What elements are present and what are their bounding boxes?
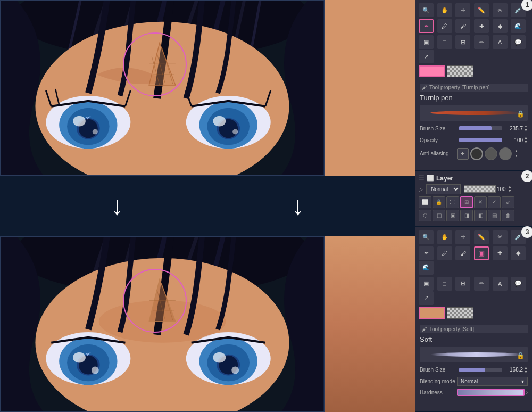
tool-smudge[interactable]: 🌊 (511, 19, 526, 33)
layer-icons-row1: ⬜ 🔒 ⛶ ⊞ ✕ ✓ ↙ (419, 196, 529, 208)
layer-btn-check[interactable]: ✓ (488, 196, 501, 208)
tool-pen2[interactable]: ✏️ (474, 3, 489, 17)
layer-btn-lock[interactable]: 🔒 (433, 196, 445, 208)
tool-brush[interactable]: 🖌 (455, 19, 470, 33)
middle-row: ↓ ↓ (0, 176, 415, 236)
tool3-balloon[interactable]: 💬 (511, 277, 526, 291)
tool3-hand[interactable]: ✋ (437, 230, 452, 244)
layer-icons-row2: ⬡ ◫ ▣ ◨ ◧ ▤ 🗑 (419, 210, 529, 221)
layer-icon-label: ⬜ (427, 175, 434, 182)
hardness-expand[interactable]: › (526, 390, 528, 395)
svg-rect-23 (325, 0, 415, 176)
brush-size-value-1: 235.7 (504, 126, 523, 131)
blend-dropdown-arrow[interactable]: ▾ (521, 378, 524, 384)
brush-size-bar-1[interactable] (459, 126, 502, 130)
layer-btn-trash[interactable]: 🗑 (502, 210, 514, 221)
tool3-star[interactable]: ✳ (493, 230, 508, 244)
aa-spinner[interactable]: ▲▼ (514, 149, 518, 158)
background-color-3[interactable] (447, 307, 473, 319)
brush-size-spinner-3[interactable]: ▲▼ (524, 366, 528, 375)
layer-btn-2f[interactable]: ▤ (488, 210, 501, 221)
tool3-smudge[interactable]: 🌊 (419, 261, 434, 275)
tool3-pen2[interactable]: ✒ (419, 246, 434, 260)
aa-medium[interactable] (470, 147, 483, 160)
tool3-fill-active[interactable]: ▣ (474, 246, 489, 260)
layer-btn-active[interactable]: ⊞ (460, 196, 473, 208)
panel-section-2: 2 ☰ ⬜ Layer ▷ Normal Multiply Screen Ove… (415, 171, 532, 227)
canvas-top[interactable] (0, 0, 325, 176)
brush-size-row-1: Brush Size 235.7 ▲▼ (420, 124, 528, 133)
tool-grid[interactable]: ⊞ (455, 35, 470, 49)
tool-zoom[interactable]: 🔍 (419, 3, 434, 17)
skin-swatch-top (325, 0, 415, 176)
opacity-value-1: 100 (504, 137, 523, 143)
layer-btn-arrow[interactable]: ↙ (502, 196, 514, 208)
tool3-pen[interactable]: ✏️ (474, 230, 489, 244)
brush-icon-3: 🖌 (422, 326, 427, 332)
tool-star[interactable]: ✳ (493, 3, 508, 17)
canvas-bottom[interactable] (0, 236, 325, 412)
foreground-color[interactable] (419, 65, 445, 77)
tool-hand[interactable]: ✋ (437, 3, 452, 17)
tool3-edit[interactable]: ✏ (474, 277, 489, 291)
tool-fill[interactable]: ▣ (419, 35, 434, 49)
opacity-bar-1[interactable] (459, 138, 502, 142)
tool-grid3-row2: ✒ 🖊 🖌 ▣ ✚ ◆ 🌊 (419, 246, 529, 275)
tool-pen-active[interactable]: ✒ (419, 19, 434, 33)
aa-max[interactable] (499, 147, 512, 160)
background-color[interactable] (447, 65, 473, 77)
tool3-diamond[interactable]: ◆ (511, 246, 526, 260)
tool-diamond[interactable]: ◆ (493, 19, 508, 33)
skin-swatch-bottom (325, 236, 415, 412)
brush-size-bar-3[interactable] (459, 368, 502, 372)
svg-point-16 (213, 116, 226, 127)
layer-btn-x[interactable]: ✕ (474, 196, 487, 208)
svg-point-40 (213, 352, 226, 363)
brush-stroke-1 (430, 111, 522, 115)
blend-mode-select[interactable]: Normal Multiply Screen Overlay (426, 184, 461, 194)
tool-move[interactable]: ✛ (455, 3, 470, 17)
tool-edit[interactable]: ✏ (474, 35, 489, 49)
layer-btn-1[interactable]: ⬜ (419, 196, 431, 208)
foreground-color-3[interactable] (419, 307, 445, 319)
opacity-spinner-2[interactable]: ▲▼ (508, 185, 512, 194)
tool-property-title-1: Tool property [Turnip pen] (429, 85, 490, 90)
tool-balloon[interactable]: 💬 (511, 35, 526, 49)
lock-icon-1: 🔒 (517, 110, 525, 118)
tool-text[interactable]: A (493, 35, 508, 49)
tool3-grid[interactable]: ⊞ (455, 277, 470, 291)
hardness-bar[interactable] (457, 389, 525, 396)
tool3-text[interactable]: A (493, 277, 508, 291)
tool3-zoom[interactable]: 🔍 (419, 230, 434, 244)
right-panel: 1 🔍 ✋ ✛ ✏️ ✳ 💉 ✒ 🖊 🖌 ✚ ◆ (415, 0, 532, 412)
tool3-arrow2[interactable]: ↗ (419, 291, 434, 305)
tool3-plus[interactable]: ✚ (493, 246, 508, 260)
layer-btn-ref[interactable]: ⛶ (446, 196, 459, 208)
layer-btn-2d[interactable]: ◨ (460, 210, 473, 221)
blend-value-box[interactable]: Normal ▾ (457, 377, 528, 386)
brush-size-spinner-1[interactable]: ▲▼ (524, 124, 528, 133)
layer-btn-2b[interactable]: ◫ (433, 210, 445, 221)
tool3-fill2[interactable]: ▣ (419, 277, 434, 291)
tool-pen3[interactable]: 🖊 (437, 19, 452, 33)
tool3-move[interactable]: ✛ (455, 230, 470, 244)
opacity-spinner-1[interactable]: ▲▼ (524, 136, 528, 145)
menu-icon[interactable]: ☰ (419, 175, 425, 182)
panel-section-1: 1 🔍 ✋ ✛ ✏️ ✳ 💉 ✒ 🖊 🖌 ✚ ◆ (415, 0, 532, 171)
opacity-fill-1 (459, 138, 502, 142)
tool-plus[interactable]: ✚ (474, 19, 489, 33)
layer-btn-2a[interactable]: ⬡ (419, 210, 431, 221)
aa-none[interactable]: ✚ (457, 148, 469, 160)
tool-property-header-3: 🖌 Tool property [Soft] (420, 325, 528, 333)
tool3-brush[interactable]: 🖌 (455, 246, 470, 260)
tool-rect[interactable]: □ (437, 35, 452, 49)
color-row (419, 65, 529, 77)
aa-strong[interactable] (485, 147, 497, 160)
layer-btn-2e[interactable]: ◧ (474, 210, 487, 221)
tool-arrow[interactable]: ↗ (419, 50, 434, 63)
layer-expand[interactable]: ▷ (419, 186, 423, 192)
tool3-rect[interactable]: □ (437, 277, 452, 291)
tool3-pen3[interactable]: 🖊 (437, 246, 452, 260)
layer-btn-2c[interactable]: ▣ (446, 210, 459, 221)
circle-marker-top (123, 32, 187, 96)
